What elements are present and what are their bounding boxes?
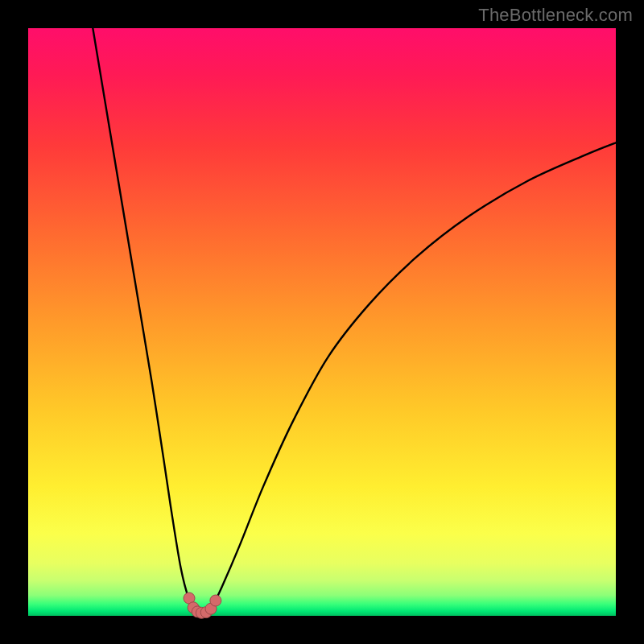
- watermark-text: TheBottleneck.com: [478, 5, 633, 26]
- valley-dot: [210, 595, 221, 606]
- curve-overlay: [28, 28, 616, 616]
- bottleneck-curves: [93, 28, 616, 611]
- valley-dots: [184, 592, 221, 618]
- chart-container: TheBottleneck.com: [0, 0, 644, 644]
- left-branch-curve: [93, 28, 196, 611]
- right-branch-curve: [210, 142, 616, 611]
- plot-area: [28, 28, 616, 616]
